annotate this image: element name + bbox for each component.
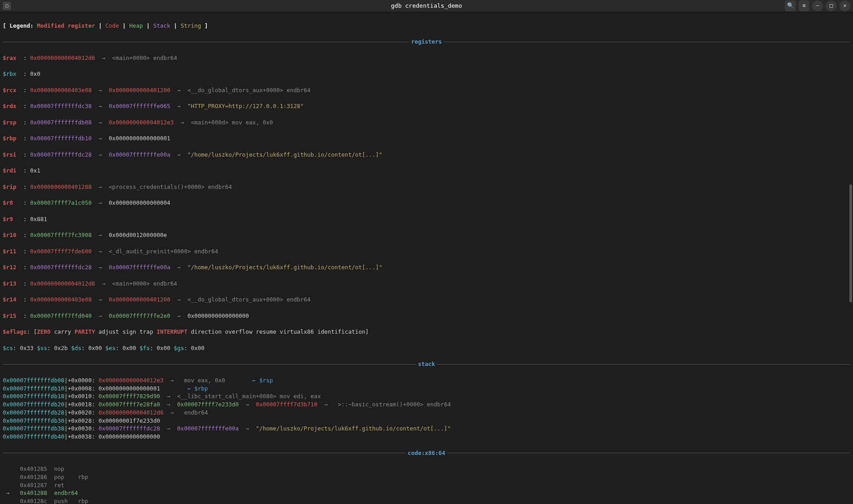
reg-r15: $r15 : 0x00007ffff7ffd040 → 0x00007ffff7…	[3, 312, 850, 320]
reg-r10: $r10 : 0x00007ffff7fc3908 → 0x000d001200…	[3, 231, 850, 239]
menu-button[interactable]: ≡	[798, 0, 809, 11]
search-button[interactable]: 🔍	[785, 0, 796, 11]
reg-r11: $r11 : 0x00007ffff7fde600 → <_dl_audit_p…	[3, 247, 850, 256]
section-registers: registers	[3, 38, 850, 46]
terminal-app-icon: ▢	[3, 2, 11, 10]
code-row: 0x401287 ret	[3, 481, 850, 489]
maximize-button[interactable]: □	[826, 0, 837, 11]
stack-row: 0x00007fffffffdb38|+0x0030: 0x00007fffff…	[3, 425, 850, 433]
stack-row: 0x00007fffffffdb40|+0x0038: 0x0000000000…	[3, 433, 850, 441]
stack-row: 0x00007fffffffdb10|+0x0008: 0x0000000000…	[3, 385, 850, 393]
reg-rdx: $rdx : 0x00007fffffffdc38 → 0x00007fffff…	[3, 102, 850, 110]
scrollbar[interactable]	[848, 12, 853, 504]
reg-r13: $r13 : 0x000000000004012d6 → <main+0000>…	[3, 280, 850, 288]
stack-row: 0x00007fffffffdb18|+0x0010: 0x00007ffff7…	[3, 392, 850, 400]
code-row: 0x401286 pop rbp	[3, 473, 850, 481]
stack-row: 0x00007fffffffdb30|+0x0028: 0x00000001f7…	[3, 417, 850, 425]
section-code: code:x86:64	[3, 449, 850, 457]
reg-rcx: $rcx : 0x0000000000403e08 → 0x0000000000…	[3, 86, 850, 94]
terminal-body[interactable]: [ Legend: Modified register | Code | Hea…	[0, 12, 853, 504]
reg-rbx: $rbx : 0x0	[3, 70, 850, 78]
scrollbar-thumb[interactable]	[849, 184, 852, 302]
reg-eflags: $eflags: [ZERO carry PARITY adjust sign …	[3, 328, 850, 336]
code-row: 0x401285 nop	[3, 465, 850, 473]
reg-rax: $rax : 0x000000000004012d6 → <main+0000>…	[3, 54, 850, 62]
close-button[interactable]: ✕	[839, 0, 850, 11]
reg-segments: $cs: 0x33 $ss: 0x2b $ds: 0x00 $es: 0x00 …	[3, 344, 850, 352]
reg-rbp: $rbp : 0x00007fffffffdb10 → 0x0000000000…	[3, 134, 850, 143]
reg-r9: $r9 : 0x881	[3, 215, 850, 223]
titlebar: ▢ gdb credentials_demo 🔍 ≡ – □ ✕	[0, 0, 853, 12]
minimize-button[interactable]: –	[812, 0, 823, 11]
stack-row: 0x00007fffffffdb08|+0x0000: 0x0000000000…	[3, 376, 850, 385]
section-stack: stack	[3, 360, 850, 368]
stack-row: 0x00007fffffffdb20|+0x0018: 0x00007ffff7…	[3, 400, 850, 409]
reg-r12: $r12 : 0x00007fffffffdc28 → 0x00007fffff…	[3, 263, 850, 272]
reg-rdi: $rdi : 0x1	[3, 167, 850, 175]
window-title: gdb credentials_demo	[391, 2, 462, 10]
reg-rsp: $rsp : 0x00007fffffffdb08 → 0x0000000000…	[3, 119, 850, 127]
code-row: → 0x401288 endbr64	[3, 489, 850, 497]
reg-rsi: $rsi : 0x00007fffffffdc28 → 0x00007fffff…	[3, 151, 850, 159]
code-row: 0x40128c push rbp	[3, 497, 850, 504]
legend-line: [ Legend: Modified register | Code | Hea…	[3, 22, 850, 30]
stack-row: 0x00007fffffffdb28|+0x0020: 0x0000000000…	[3, 409, 850, 417]
reg-r8: $r8 : 0x00007ffff7a1c050 → 0x00000000000…	[3, 199, 850, 207]
reg-r14: $r14 : 0x0000000000403e08 → 0x0000000000…	[3, 296, 850, 304]
reg-rip: $rip : 0x0000000000401288 → <process_cre…	[3, 183, 850, 191]
